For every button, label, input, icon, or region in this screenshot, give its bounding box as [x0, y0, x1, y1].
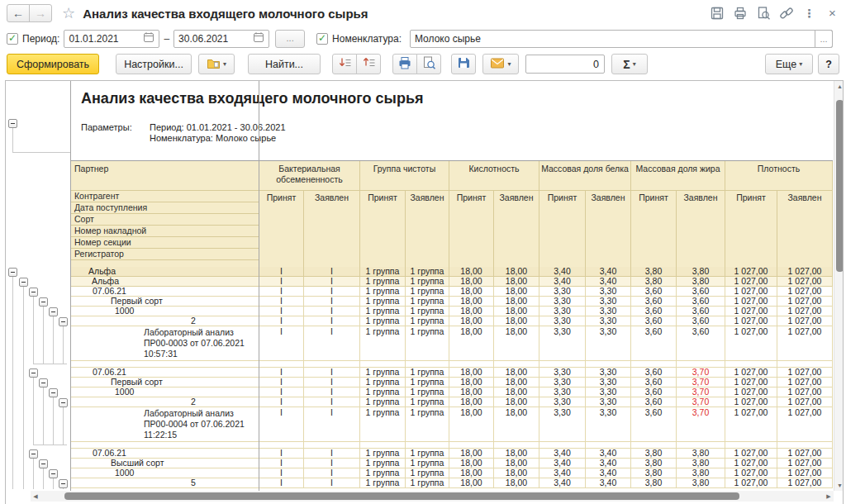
value-cell[interactable]: 1 027,00 — [725, 277, 777, 287]
print-icon[interactable] — [731, 4, 749, 21]
value-cell[interactable]: 3,80 — [677, 478, 725, 488]
value-cell[interactable] — [631, 442, 677, 449]
value-cell[interactable] — [449, 361, 494, 368]
header-group-cell[interactable]: Массовая доля белка — [539, 161, 631, 191]
value-cell[interactable]: 3,80 — [631, 277, 677, 287]
header-group-cell[interactable]: Бактериальная обсемененность — [259, 161, 360, 191]
value-cell[interactable]: 1 027,00 — [777, 407, 833, 442]
row-name-cell[interactable]: Первый сорт — [71, 297, 259, 307]
value-cell[interactable]: 1 027,00 — [725, 407, 777, 442]
horizontal-scroll-thumb[interactable] — [64, 492, 739, 500]
value-cell[interactable]: I — [304, 459, 360, 468]
value-cell[interactable]: 18,00 — [449, 307, 494, 316]
value-cell[interactable]: 1 группа — [360, 449, 406, 459]
header-sub-cell[interactable]: Принят — [259, 191, 304, 268]
value-cell[interactable]: 18,00 — [494, 468, 539, 478]
header-row-label[interactable]: Номер накладной — [71, 226, 259, 237]
link-icon[interactable] — [777, 4, 795, 21]
value-cell[interactable]: 1 027,00 — [725, 388, 777, 397]
group-expander-icon[interactable] — [29, 449, 38, 459]
value-cell[interactable]: 3,70 — [677, 378, 725, 388]
value-cell[interactable]: 18,00 — [494, 449, 539, 459]
row-name-cell[interactable] — [71, 361, 259, 368]
value-cell[interactable]: 18,00 — [449, 407, 494, 442]
value-cell[interactable]: 1 027,00 — [777, 478, 833, 488]
value-cell[interactable]: 3,70 — [677, 407, 725, 442]
row-name-cell[interactable]: 07.06.21 — [71, 287, 259, 297]
value-cell[interactable]: 3,80 — [631, 267, 677, 277]
group-expander-icon[interactable] — [8, 268, 17, 277]
header-sub-cell[interactable]: Заявлен — [406, 191, 449, 268]
value-cell[interactable]: 18,00 — [449, 326, 494, 361]
favorite-star-icon[interactable]: ☆ — [62, 6, 75, 21]
scroll-right-icon[interactable]: ▶ — [824, 491, 834, 502]
help-button[interactable]: ? — [818, 54, 839, 74]
value-cell[interactable]: 3,30 — [539, 287, 586, 297]
value-cell[interactable]: 18,00 — [494, 459, 539, 468]
value-cell[interactable]: I — [259, 277, 304, 287]
value-cell[interactable]: 18,00 — [494, 407, 539, 442]
header-sub-cell[interactable]: Принят — [539, 191, 586, 268]
value-cell[interactable]: 3,30 — [586, 397, 631, 407]
row-name-cell[interactable]: 2 — [71, 397, 259, 407]
row-name-cell[interactable]: 07.06.21 — [71, 449, 259, 459]
value-cell[interactable]: I — [304, 368, 360, 378]
value-cell[interactable]: I — [304, 378, 360, 388]
value-cell[interactable]: 1 группа — [406, 459, 449, 468]
generate-button[interactable]: Сформировать — [7, 54, 99, 74]
value-cell[interactable]: 18,00 — [494, 297, 539, 307]
expand-groups-button[interactable] — [332, 54, 357, 74]
group-expander-icon[interactable] — [59, 479, 68, 488]
value-cell[interactable]: 1 027,00 — [777, 388, 833, 397]
value-cell[interactable]: 1 группа — [360, 297, 406, 307]
forward-button[interactable]: → — [29, 4, 52, 22]
header-group-cell[interactable]: Массовая доля жира — [631, 161, 725, 191]
value-cell[interactable]: 1 027,00 — [777, 397, 833, 407]
value-cell[interactable]: I — [259, 307, 304, 316]
value-cell[interactable]: 1 группа — [360, 307, 406, 316]
value-cell[interactable] — [360, 442, 406, 449]
value-cell[interactable]: I — [304, 316, 360, 326]
value-cell[interactable]: 3,30 — [539, 388, 586, 397]
nomenclature-select-button[interactable]: ... — [815, 30, 833, 48]
value-cell[interactable]: I — [259, 468, 304, 478]
group-expander-icon[interactable] — [39, 297, 48, 307]
value-cell[interactable]: 1 группа — [360, 459, 406, 468]
value-cell[interactable]: I — [304, 397, 360, 407]
value-cell[interactable]: 3,60 — [677, 316, 725, 326]
horizontal-scrollbar[interactable]: ◀ ▶ — [31, 491, 834, 502]
send-email-button[interactable]: ▾ — [482, 54, 519, 74]
value-cell[interactable]: 3,40 — [586, 267, 631, 277]
value-cell[interactable]: I — [259, 388, 304, 397]
value-cell[interactable]: 1 027,00 — [725, 368, 777, 378]
value-cell[interactable]: 3,60 — [631, 388, 677, 397]
value-cell[interactable]: I — [259, 297, 304, 307]
scroll-down-icon[interactable]: ▼ — [834, 480, 844, 490]
value-cell[interactable]: 3,40 — [586, 449, 631, 459]
value-cell[interactable]: 18,00 — [494, 267, 539, 277]
group-expander-icon[interactable] — [59, 317, 68, 326]
row-name-cell[interactable]: 1000 — [71, 388, 259, 397]
save-result-button[interactable] — [451, 54, 476, 74]
row-name-cell[interactable]: Альфа — [71, 277, 259, 287]
nomenclature-checkbox[interactable]: ✓ — [316, 33, 328, 45]
value-cell[interactable]: 1 027,00 — [725, 297, 777, 307]
period-to-input[interactable]: 30.06.2021 — [173, 30, 269, 48]
value-cell[interactable] — [677, 361, 725, 368]
value-cell[interactable]: I — [304, 326, 360, 361]
header-sub-cell[interactable]: Заявлен — [304, 191, 360, 268]
value-cell[interactable] — [725, 361, 777, 368]
value-cell[interactable]: 1 группа — [360, 468, 406, 478]
value-cell[interactable]: I — [259, 267, 304, 277]
value-cell[interactable] — [677, 442, 725, 449]
group-expander-icon[interactable] — [39, 459, 48, 468]
back-button[interactable]: ← — [7, 4, 30, 22]
vertical-scrollbar[interactable]: ▲ ▼ — [834, 81, 844, 491]
header-row-label[interactable]: Дата поступления — [71, 202, 259, 214]
value-cell[interactable]: 1 группа — [360, 267, 406, 277]
value-cell[interactable]: 1 группа — [406, 478, 449, 488]
value-cell[interactable]: 1 группа — [406, 449, 449, 459]
value-cell[interactable]: 1 группа — [406, 397, 449, 407]
value-cell[interactable]: 1 027,00 — [777, 277, 833, 287]
value-cell[interactable]: 1 группа — [360, 388, 406, 397]
